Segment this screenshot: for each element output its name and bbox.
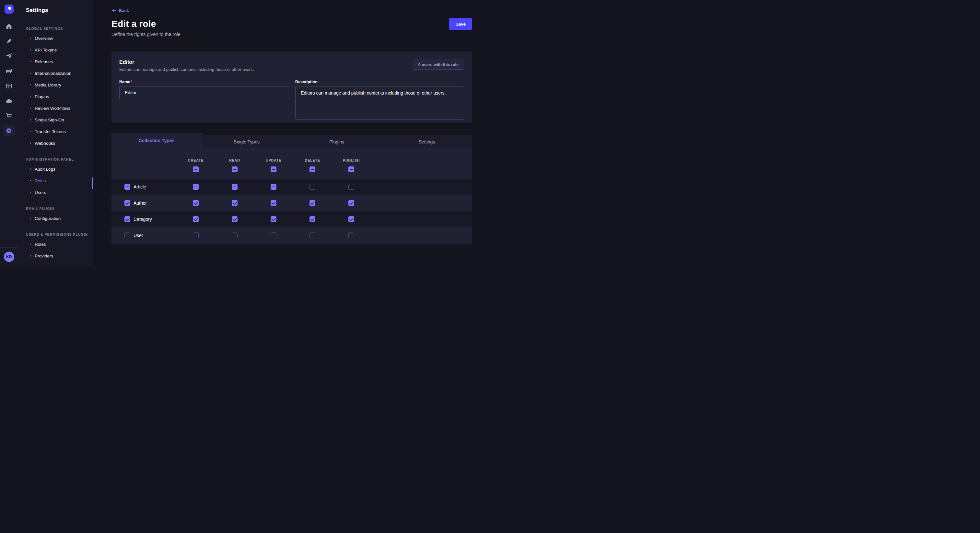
rail-item-home[interactable]: [3, 21, 15, 32]
home-icon: [5, 23, 12, 30]
sidebar-item-plugins[interactable]: Plugins: [26, 90, 93, 102]
permission-cell: [254, 184, 293, 190]
bullet-dot: [30, 84, 31, 86]
checkbox-author-delete[interactable]: [310, 200, 315, 206]
checkbox-article-delete[interactable]: [310, 184, 315, 190]
feather-icon: [5, 38, 12, 45]
sidebar-item-providers[interactable]: Providers: [26, 250, 93, 262]
avatar[interactable]: KD: [4, 252, 14, 262]
rail-item-paper-plane[interactable]: [3, 50, 15, 62]
sidebar-item-roles[interactable]: Roles: [26, 238, 93, 250]
master-checkbox-read[interactable]: [232, 167, 237, 172]
section-header: USERS & PERMISSIONS PLUGIN: [26, 233, 93, 236]
checkbox-user-create[interactable]: [193, 233, 199, 238]
column-header-update: UPDATE: [254, 159, 293, 172]
rail-item-cloud[interactable]: [3, 95, 15, 106]
checkbox-article-create[interactable]: [193, 184, 199, 190]
settings-sidebar: Settings GLOBAL SETTINGSOverviewAPI Toke…: [18, 0, 93, 266]
sidebar-item-users[interactable]: Users: [26, 187, 93, 198]
bullet-dot: [30, 49, 31, 51]
checkbox-article-update[interactable]: [270, 184, 277, 190]
sidebar-item-label: Single Sign-On: [35, 117, 64, 122]
tab-collection-types[interactable]: Collection Types: [111, 133, 202, 148]
rail-item-feather[interactable]: [3, 35, 15, 47]
checkbox-user-delete[interactable]: [310, 233, 315, 238]
bullet-dot: [30, 255, 31, 257]
sidebar-item-configuration[interactable]: Configuration: [26, 213, 93, 224]
icon-rail: KD: [0, 0, 18, 266]
checkbox-article-read[interactable]: [232, 184, 237, 190]
checkbox-author-read[interactable]: [232, 200, 237, 206]
checkbox-user-publish[interactable]: [348, 233, 354, 238]
checkbox-category-read[interactable]: [232, 216, 237, 222]
tab-single-types[interactable]: Single Types: [202, 135, 292, 148]
name-input[interactable]: [119, 86, 290, 99]
sidebar-title-rule: [26, 18, 34, 18]
sidebar-item-review-workflows[interactable]: Review Workflows: [26, 102, 93, 114]
checkbox-category-publish[interactable]: [348, 216, 354, 222]
checkbox-author-update[interactable]: [270, 200, 277, 206]
sidebar-item-webhooks[interactable]: Webhooks: [26, 137, 93, 149]
bullet-dot: [30, 96, 31, 97]
sidebar-item-label: Media Library: [35, 82, 61, 87]
main-content: Back Edit a role Define the rights given…: [93, 0, 490, 266]
permission-cell: [293, 184, 332, 190]
row-checkbox-user[interactable]: [124, 233, 130, 238]
entity-label: Author: [134, 200, 147, 206]
checkbox-user-update[interactable]: [270, 233, 277, 238]
description-input[interactable]: Editors can manage and publish contents …: [295, 86, 464, 120]
save-button[interactable]: Save: [449, 18, 472, 30]
checkbox-user-read[interactable]: [232, 233, 237, 238]
checkbox-author-publish[interactable]: [348, 200, 354, 206]
bullet-dot: [30, 61, 31, 62]
back-link[interactable]: Back: [111, 8, 129, 13]
sidebar-item-label: Webhooks: [35, 141, 56, 146]
sidebar-item-roles[interactable]: Roles: [26, 175, 93, 187]
rail-item-media[interactable]: [3, 65, 15, 77]
bullet-dot: [30, 244, 31, 245]
column-header-delete: DELETE: [293, 159, 332, 172]
sidebar-item-label: Plugins: [35, 94, 49, 99]
sidebar-item-single-sign-on[interactable]: Single Sign-On: [26, 114, 93, 125]
sidebar-item-internationalization[interactable]: Internationalization: [26, 67, 93, 79]
checkbox-author-create[interactable]: [193, 200, 199, 206]
sidebar-item-releases[interactable]: Releases: [26, 56, 93, 67]
checkbox-category-update[interactable]: [270, 216, 277, 222]
rail-item-gear[interactable]: [3, 125, 15, 136]
row-checkbox-category[interactable]: [124, 216, 130, 222]
sidebar-item-media-library[interactable]: Media Library: [26, 79, 93, 90]
permission-cell: [176, 233, 215, 238]
master-checkbox-delete[interactable]: [310, 167, 315, 172]
row-checkbox-author[interactable]: [124, 200, 130, 206]
master-checkbox-publish[interactable]: [348, 167, 354, 172]
rail-item-cart[interactable]: [3, 110, 15, 121]
table-row-article: Article: [111, 179, 472, 195]
permission-cell: [332, 200, 371, 206]
permission-cell: [215, 233, 254, 238]
required-asterisk: *: [130, 80, 132, 84]
column-header-read: READ: [215, 159, 254, 172]
rail-item-layout[interactable]: [3, 80, 15, 92]
checkbox-category-delete[interactable]: [310, 216, 315, 222]
sidebar-item-label: Roles: [35, 242, 46, 247]
sidebar-item-overview[interactable]: Overview: [26, 32, 93, 44]
page-title: Edit a role: [111, 19, 472, 29]
permission-cell: [254, 200, 293, 206]
row-checkbox-article[interactable]: [124, 184, 130, 190]
name-field-group: Name*: [119, 80, 290, 120]
master-checkbox-create[interactable]: [193, 167, 199, 172]
page-header: Back Edit a role Define the rights given…: [111, 8, 472, 37]
rail-nav: [3, 21, 15, 136]
column-label: UPDATE: [266, 159, 281, 162]
checkbox-category-create[interactable]: [193, 216, 199, 222]
tab-settings[interactable]: Settings: [382, 135, 472, 148]
sidebar-item-audit-logs[interactable]: Audit Logs: [26, 163, 93, 175]
tab-plugins[interactable]: Plugins: [292, 135, 382, 148]
layout-icon: [5, 82, 12, 89]
checkbox-article-publish[interactable]: [348, 184, 354, 190]
strapi-logo[interactable]: [5, 5, 14, 14]
master-checkbox-update[interactable]: [270, 167, 277, 172]
bullet-dot: [30, 192, 31, 193]
sidebar-item-api-tokens[interactable]: API Tokens: [26, 44, 93, 56]
sidebar-item-transfer-tokens[interactable]: Transfer Tokens: [26, 125, 93, 137]
